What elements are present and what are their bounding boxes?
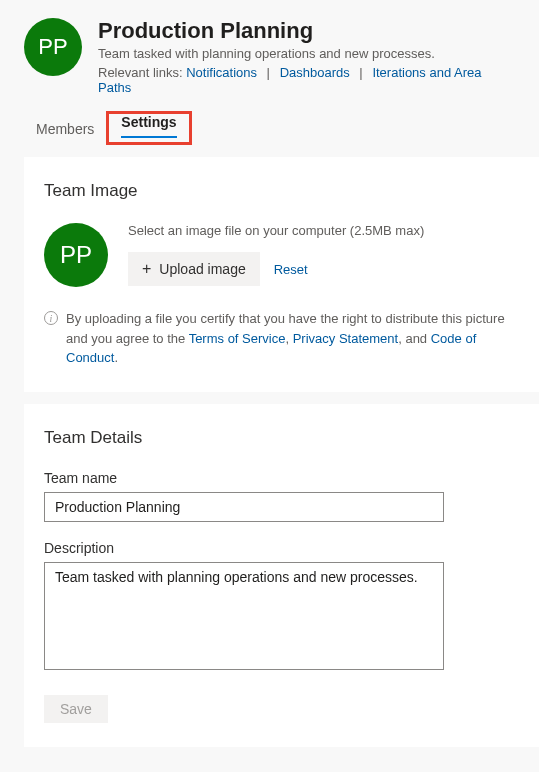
certify-text: i By uploading a file you certify that y… [44, 309, 519, 368]
privacy-statement-link[interactable]: Privacy Statement [293, 331, 399, 346]
upload-button-label: Upload image [159, 261, 245, 277]
link-separator: | [267, 65, 270, 80]
team-subtitle: Team tasked with planning operations and… [98, 46, 515, 61]
relevant-links-label: Relevant links: [98, 65, 183, 80]
certify-body: By uploading a file you certify that you… [66, 309, 519, 368]
team-avatar: PP [24, 18, 82, 76]
tab-bar: Members Settings [0, 111, 539, 145]
notifications-link[interactable]: Notifications [186, 65, 257, 80]
team-image-row: PP Select an image file on your computer… [44, 223, 519, 287]
team-title: Production Planning [98, 18, 515, 44]
info-icon: i [44, 311, 58, 325]
link-separator: | [359, 65, 362, 80]
reset-link[interactable]: Reset [274, 262, 308, 277]
team-header: PP Production Planning Team tasked with … [0, 0, 539, 107]
terms-of-service-link[interactable]: Terms of Service [189, 331, 286, 346]
team-image-card: Team Image PP Select an image file on yo… [24, 157, 539, 392]
upload-help-text: Select an image file on your computer (2… [128, 223, 519, 238]
certify-sep: , [285, 331, 292, 346]
team-image-controls: Select an image file on your computer (2… [128, 223, 519, 286]
header-text: Production Planning Team tasked with pla… [98, 18, 515, 95]
team-image-heading: Team Image [44, 181, 519, 201]
plus-icon: + [142, 260, 151, 278]
team-name-label: Team name [44, 470, 519, 486]
tab-settings[interactable]: Settings [109, 104, 188, 138]
description-label: Description [44, 540, 519, 556]
upload-image-button[interactable]: + Upload image [128, 252, 260, 286]
certify-sep: , and [398, 331, 431, 346]
upload-button-row: + Upload image Reset [128, 252, 519, 286]
certify-period: . [114, 350, 118, 365]
dashboards-link[interactable]: Dashboards [280, 65, 350, 80]
team-image-preview: PP [44, 223, 108, 287]
save-button[interactable]: Save [44, 695, 108, 723]
settings-tab-highlight: Settings [106, 111, 191, 145]
team-details-card: Team Details Team name Description Save [24, 404, 539, 747]
relevant-links-row: Relevant links: Notifications | Dashboar… [98, 65, 515, 95]
team-name-input[interactable] [44, 492, 444, 522]
team-details-heading: Team Details [44, 428, 519, 448]
tab-members[interactable]: Members [24, 111, 106, 145]
description-input[interactable] [44, 562, 444, 670]
